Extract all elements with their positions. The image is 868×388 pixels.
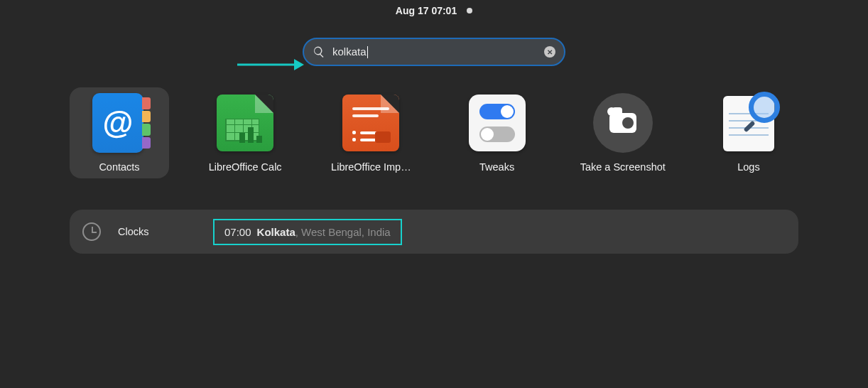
app-take-screenshot[interactable]: Take a Screenshot — [573, 87, 673, 178]
result-time: 07:00 — [224, 226, 251, 238]
clear-icon[interactable]: ✕ — [544, 46, 555, 58]
app-libreoffice-impress[interactable]: LibreOffice Imp… — [321, 87, 421, 178]
search-field[interactable]: kolkata ✕ — [303, 38, 565, 66]
app-libreoffice-calc[interactable]: LibreOffice Calc — [195, 87, 295, 178]
app-label: Contacts — [73, 161, 166, 173]
app-label: LibreOffice Imp… — [325, 161, 417, 173]
app-label: LibreOffice Calc — [199, 161, 291, 173]
calc-icon — [215, 93, 275, 153]
screenshot-icon — [593, 93, 653, 153]
search-query-text[interactable]: kolkata — [332, 45, 537, 59]
result-suffix: , West Bengal, India — [295, 226, 391, 238]
result-city: Kolkata — [257, 226, 295, 238]
app-logs[interactable]: Logs — [699, 87, 798, 178]
top-bar: Aug 17 07:01 — [0, 0, 868, 16]
clock-text[interactable]: Aug 17 07:01 — [396, 5, 457, 16]
contacts-icon: @ — [89, 93, 149, 153]
clock-icon — [82, 222, 101, 241]
tweaks-icon — [467, 93, 527, 153]
logs-icon — [719, 93, 779, 153]
result-section-label: Clocks — [118, 226, 196, 237]
result-match[interactable]: 07:00 Kolkata, West Bengal, India — [213, 219, 402, 245]
app-label: Tweaks — [451, 161, 543, 173]
app-contacts[interactable]: @ Contacts — [70, 87, 169, 178]
annotation-arrow-icon — [237, 57, 304, 72]
clocks-result-row[interactable]: Clocks 07:00 Kolkata, West Bengal, India — [70, 210, 798, 254]
notification-dot-icon[interactable] — [467, 8, 472, 14]
search-icon — [313, 45, 325, 58]
svg-marker-1 — [294, 59, 304, 70]
app-tweaks[interactable]: Tweaks — [447, 87, 547, 178]
app-results: @ Contacts LibreOffice Calc LibreOffice … — [0, 66, 868, 178]
impress-icon — [341, 93, 401, 153]
app-label: Take a Screenshot — [577, 161, 669, 173]
app-label: Logs — [702, 161, 795, 173]
